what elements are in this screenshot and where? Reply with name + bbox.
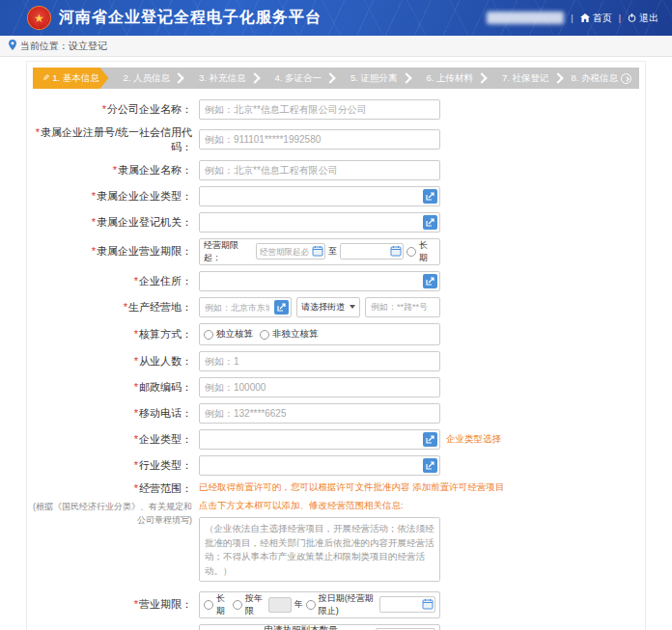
long-term-radio-label[interactable]: 长期 [419, 239, 435, 264]
employees-row: *从业人数： [33, 351, 639, 371]
parent-type-row: *隶属企业企业类型： [33, 186, 639, 206]
mobile-row: *移动电话： [33, 403, 639, 424]
parent-term-group: 经营期限起： 至 长期 [199, 238, 440, 265]
paper-license-row: 是否需要纸质营业执照： 是 否 * 申请执照副本数量（个）： [33, 624, 639, 630]
production-place-label: 生产经营地： [128, 301, 192, 313]
parent-name-input[interactable] [199, 160, 440, 180]
branch-name-input[interactable] [199, 99, 440, 120]
step-tab-tax-info[interactable]: 8. 办税信息 [564, 68, 640, 89]
picker-icon[interactable] [423, 432, 437, 447]
paper-license-group: 是 否 * 申请执照副本数量（个）： [199, 624, 440, 630]
street-input[interactable] [365, 297, 440, 317]
picker-icon[interactable] [423, 215, 437, 230]
calendar-icon[interactable] [312, 245, 323, 259]
parent-reg-authority-label: 隶属企业登记机关： [97, 216, 192, 228]
term-years-radio[interactable] [233, 600, 242, 610]
home-link[interactable]: 首页 [580, 12, 612, 25]
employees-label: 从业人数： [139, 355, 192, 367]
business-scope-textarea[interactable]: （企业依法自主选择经营项目，开展经营活动；依法须经批准的项目，经相关部门批准后依… [199, 517, 440, 582]
term-long-radio[interactable] [204, 600, 213, 610]
power-icon [628, 14, 636, 22]
main-content: ✎ 1. 基本信息 2. 人员信息 3. 补充信息 4. 多证合一 5. 证照分… [0, 57, 672, 630]
parent-name-row: *隶属企业名称： [33, 160, 639, 180]
non-independent-accounting-radio[interactable] [260, 330, 269, 340]
picker-icon[interactable] [423, 274, 437, 288]
address-label: 企业住所： [139, 275, 192, 287]
accounting-group: 独立核算 非独立核算 [199, 323, 440, 345]
calendar-icon[interactable] [422, 598, 434, 612]
business-term-label: 营业期限： [139, 598, 192, 610]
independent-accounting-label[interactable]: 独立核算 [216, 328, 253, 341]
parent-reg-authority-input[interactable] [199, 212, 440, 233]
form-panel: ✎ 1. 基本信息 2. 人员信息 3. 补充信息 4. 多证合一 5. 证照分… [26, 61, 646, 630]
street-select[interactable]: 请选择街道 [296, 297, 360, 317]
term-by-date-radio[interactable] [306, 600, 316, 610]
breadcrumb: 当前位置：设立登记 [0, 36, 672, 57]
nav-divider: | [619, 14, 621, 23]
branch-name-row: *分公司企业名称： [33, 99, 639, 120]
term-start-label: 经营期限起： [204, 239, 253, 264]
add-pre-license-items-link[interactable]: 添加前置许可经营项目 [412, 481, 504, 492]
step-tab-basic-info[interactable]: ✎ 1. 基本信息 [33, 68, 109, 89]
step-tab-supplementary-info[interactable]: 3. 补充信息 [184, 68, 261, 89]
non-independent-accounting-label[interactable]: 非独立核算 [272, 328, 319, 341]
mobile-input[interactable] [199, 403, 440, 424]
long-term-radio[interactable] [406, 247, 416, 257]
independent-accounting-radio[interactable] [204, 330, 213, 340]
term-by-date-label[interactable]: 按日期(经营期限止) [319, 592, 377, 617]
term-years-input[interactable] [268, 597, 292, 613]
scope-edit-hint: 点击下方文本框可以添加、修改经营范围相关信息: [199, 500, 504, 511]
pencil-icon: ✎ [42, 73, 50, 83]
calendar-icon[interactable] [390, 245, 402, 259]
parent-credit-code-label: 隶属企业注册号/统一社会信用代码： [41, 126, 192, 152]
step-tab-personnel-info[interactable]: 2. 人员信息 [109, 68, 185, 89]
step-tab-social-security[interactable]: 7. 社保登记 [488, 68, 564, 89]
business-scope-label: 经营范围： [139, 482, 192, 494]
postcode-input[interactable] [199, 377, 440, 397]
next-steps-icon[interactable] [621, 73, 631, 84]
postcode-label: 邮政编码： [139, 381, 192, 393]
industry-type-row: *行业类型： [33, 455, 639, 476]
parent-term-label: 隶属企业营业期限： [97, 245, 192, 257]
industry-type-input[interactable] [199, 455, 440, 476]
term-to-label: 至 [328, 245, 337, 258]
employees-input[interactable] [199, 351, 440, 371]
parent-credit-code-row: *隶属企业注册号/统一社会信用代码： [33, 125, 639, 154]
home-label: 首页 [593, 12, 612, 25]
parent-credit-code-input[interactable] [199, 129, 440, 150]
company-type-label: 企业类型： [139, 433, 192, 445]
parent-name-label: 隶属企业名称： [118, 164, 192, 176]
copies-label: 申请执照副本数量（个）： [265, 624, 373, 630]
step-tab-license-separation[interactable]: 5. 证照分离 [336, 68, 412, 89]
business-scope-row: *经营范围： (根据《国民经济行业分类》、有关规定和公司章程填写) 已经取得前置… [33, 481, 639, 586]
postcode-row: *邮政编码： [33, 377, 639, 397]
business-term-group: 长期 按年限 年 按日期(经营期限止) [199, 591, 440, 618]
company-type-select-link[interactable]: 企业类型选择 [446, 433, 501, 446]
parent-type-input[interactable] [199, 186, 440, 206]
picker-icon[interactable] [274, 300, 289, 315]
company-type-input[interactable] [199, 429, 440, 450]
platform-header: ★ 河南省企业登记全程电子化服务平台 | 首页 | 退出 [0, 0, 672, 36]
pre-license-hint: 已经取得前置许可的，您可以根据许可文件批准内容 添加前置许可经营项目 [199, 481, 504, 493]
chevron-down-icon [350, 305, 355, 309]
address-row: *企业住所： [33, 271, 639, 291]
logout-link[interactable]: 退出 [628, 12, 658, 25]
picker-icon[interactable] [423, 189, 437, 204]
term-years-label[interactable]: 按年限 [245, 592, 266, 617]
step-tab-upload-materials[interactable]: 6. 上传材料 [412, 68, 489, 89]
accounting-label: 核算方式： [139, 328, 192, 340]
term-long-label[interactable]: 长期 [216, 592, 230, 617]
nav-divider: | [571, 14, 573, 23]
national-emblem-icon: ★ [27, 6, 51, 30]
user-name-redacted [487, 12, 564, 24]
business-term-row: *营业期限： 长期 按年限 年 按日期(经营期限止) [33, 591, 639, 618]
mobile-label: 移动电话： [139, 407, 192, 419]
address-input[interactable] [199, 271, 440, 291]
picker-icon[interactable] [423, 458, 437, 473]
step-tab-multi-cert[interactable]: 4. 多证合一 [261, 68, 337, 89]
location-pin-icon [9, 40, 16, 52]
parent-term-row: *隶属企业营业期限： 经营期限起： 至 长期 [33, 238, 639, 265]
year-unit-label: 年 [294, 598, 303, 611]
parent-reg-authority-row: *隶属企业登记机关： [33, 212, 639, 233]
header-nav: | 首页 | 退出 [487, 12, 658, 25]
